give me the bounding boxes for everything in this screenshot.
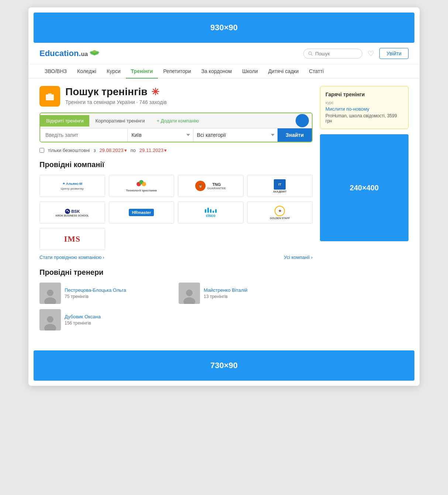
company-it[interactable]: IT АКАДЕМІТ bbox=[247, 175, 313, 197]
trainer-count-1: 75 тренінгів bbox=[65, 294, 126, 299]
snowflake-icon: ✳ bbox=[151, 86, 159, 98]
search-area: Відкриті тренінги Корпоративні тренінги … bbox=[39, 112, 313, 142]
trainers-section: Провідні тренери Пестрецова-Блоцька Ольг… bbox=[39, 268, 313, 330]
nav-item-kinder[interactable]: Дитячі садки bbox=[263, 65, 304, 79]
nav-item-zvo[interactable]: ЗВО/ВНЗ bbox=[39, 65, 72, 79]
trainer-info-2: Майстренко Віталій 13 тренінгів bbox=[204, 287, 248, 299]
hot-card-desc: ProHuman, школа свідомості, 3599 грн bbox=[325, 113, 403, 124]
nav-item-schools[interactable]: Школи bbox=[237, 65, 263, 79]
right-column: Гарячі тренінги курс Мислити по-новому P… bbox=[320, 86, 409, 338]
trainer-name-2[interactable]: Майстренко Віталій bbox=[204, 287, 248, 293]
trainer-avatar-1 bbox=[39, 283, 61, 304]
title-icon bbox=[39, 86, 60, 107]
login-button[interactable]: Увійти bbox=[379, 48, 409, 59]
nav-item-courses[interactable]: Курси bbox=[101, 65, 126, 79]
ad-banner-right-label: 240×400 bbox=[350, 184, 379, 192]
navigation: ЗВО/ВНЗ Коледжі Курси Тренінги Репетитор… bbox=[28, 65, 420, 79]
nav-item-articles[interactable]: Статті bbox=[304, 65, 329, 79]
search-tabs: Відкриті тренінги Корпоративні тренінги … bbox=[40, 113, 312, 128]
svg-point-9 bbox=[142, 182, 146, 186]
hot-card-type: курс bbox=[325, 100, 403, 105]
search-category-select[interactable]: Всі категорії IT Бізнес Психологія bbox=[193, 128, 278, 142]
header: Education.ua ♡ Увійти bbox=[28, 43, 420, 65]
company-golden[interactable]: ★ GOLDEN STAFF bbox=[247, 201, 313, 224]
search-row: Київ Харків Одеса Вся Україна Всі катего… bbox=[40, 128, 312, 142]
search-query-input[interactable] bbox=[40, 128, 128, 142]
svg-rect-5 bbox=[48, 93, 52, 95]
svg-point-16 bbox=[44, 324, 56, 330]
all-companies-link[interactable]: Усі компанії › bbox=[284, 255, 313, 260]
search-button[interactable]: Знайти bbox=[278, 128, 312, 142]
favorites-icon[interactable]: ♡ bbox=[368, 49, 374, 58]
left-column: Пошук тренінгів ✳ Тренінги та семінари У… bbox=[39, 86, 313, 338]
trainer-count-2: 13 тренінгів bbox=[204, 294, 248, 299]
filter-row: тільки безкоштовні з 29.08.2023 ▾ по 29.… bbox=[39, 148, 313, 153]
trainer-count-3: 156 тренінгів bbox=[65, 321, 101, 326]
companies-grid-row2: BSK KROK BUSINESS SCHOOL HRmaster bbox=[39, 201, 313, 224]
page-wrapper: 930×90 Education.ua ♡ Увійти bbox=[28, 7, 420, 386]
trainer-item-2: Майстренко Віталій 13 тренінгів bbox=[179, 283, 313, 304]
company-bsk[interactable]: BSK KROK BUSINESS SCHOOL bbox=[39, 201, 105, 224]
trainer-avatar-3 bbox=[39, 309, 61, 330]
company-cisco[interactable]: cisco bbox=[178, 201, 244, 224]
become-leading-link[interactable]: Стати провідною компанією › bbox=[39, 255, 104, 260]
date-to-picker[interactable]: 29.11.2023 ▾ bbox=[139, 148, 167, 153]
header-search-box[interactable] bbox=[303, 49, 362, 59]
company-aliance[interactable]: ✦ Альянс-М Центр розвитку bbox=[39, 175, 105, 197]
svg-point-14 bbox=[183, 297, 195, 304]
top-banner-label: 930×90 bbox=[210, 23, 238, 32]
search-city-select[interactable]: Київ Харків Одеса Вся Україна bbox=[128, 128, 193, 142]
graduation-cap-icon bbox=[89, 49, 100, 56]
free-only-label: тільки безкоштовні bbox=[48, 148, 90, 153]
svg-point-10 bbox=[65, 209, 70, 214]
header-search-input[interactable] bbox=[315, 51, 356, 56]
svg-point-12 bbox=[44, 297, 56, 304]
svg-point-11 bbox=[47, 290, 54, 296]
company-techno[interactable]: Технології зростання bbox=[109, 175, 175, 197]
logo: Education.ua bbox=[39, 49, 100, 58]
header-right: ♡ Увійти bbox=[303, 48, 409, 59]
companies-section: Провідні компанії ✦ Альянс-М Центр розви… bbox=[39, 160, 313, 260]
page-title-area: Пошук тренінгів ✳ Тренінги та семінари У… bbox=[39, 86, 313, 107]
date-from-picker[interactable]: 29.08.2023 ▾ bbox=[99, 148, 127, 153]
trainer-item-3: Дубовик Оксана 156 тренінгів bbox=[39, 309, 173, 330]
nav-item-college[interactable]: Коледжі bbox=[72, 65, 101, 79]
trainer-name-3[interactable]: Дубовик Оксана bbox=[65, 314, 101, 319]
nav-item-trainings[interactable]: Тренінги bbox=[126, 65, 158, 79]
title-text: Пошук тренінгів ✳ Тренінги та семінари У… bbox=[65, 86, 167, 105]
trainer-info-3: Дубовик Оксана 156 тренінгів bbox=[65, 314, 101, 326]
company-tng[interactable]: 🦉 TNG GUARANTEE bbox=[178, 175, 244, 197]
hot-card-title: Гарячі тренінги bbox=[325, 91, 403, 97]
page-title: Пошук тренінгів ✳ bbox=[65, 86, 167, 98]
main-content: Пошук тренінгів ✳ Тренінги та семінари У… bbox=[28, 79, 420, 345]
svg-line-3 bbox=[311, 54, 313, 56]
svg-point-2 bbox=[309, 52, 312, 55]
tab-corporate-trainings[interactable]: Корпоративні тренінги bbox=[89, 115, 151, 127]
free-only-checkbox[interactable] bbox=[39, 148, 44, 153]
company-hrmaster[interactable]: HRmaster bbox=[109, 201, 175, 224]
trainer-info-1: Пестрецова-Блоцька Ольга 75 тренінгів bbox=[65, 287, 126, 299]
companies-section-title: Провідні компанії bbox=[39, 160, 313, 169]
companies-links: Стати провідною компанією › Усі компанії… bbox=[39, 255, 313, 260]
tab-add-company[interactable]: + Додати компанію bbox=[151, 115, 205, 127]
date-to-label: по bbox=[131, 148, 136, 153]
trainers-grid: Пестрецова-Блоцька Ольга 75 тренінгів bbox=[39, 283, 313, 330]
trainers-section-title: Провідні тренери bbox=[39, 268, 313, 277]
svg-point-15 bbox=[47, 316, 54, 323]
svg-rect-6 bbox=[46, 97, 54, 97]
trainer-name-1[interactable]: Пестрецова-Блоцька Ольга bbox=[65, 287, 126, 293]
trainer-item-1: Пестрецова-Блоцька Ольга 75 тренінгів bbox=[39, 283, 173, 304]
nav-item-tutors[interactable]: Репетитори bbox=[158, 65, 196, 79]
date-from-label: з bbox=[93, 148, 96, 153]
top-banner: 930×90 bbox=[34, 13, 414, 43]
nav-item-abroad[interactable]: За кордоном bbox=[196, 65, 237, 79]
company-ims[interactable]: IMS bbox=[39, 228, 105, 250]
bottom-banner-label: 730×90 bbox=[210, 361, 238, 370]
hot-card-link[interactable]: Мислити по-новому bbox=[325, 106, 403, 112]
trainer-avatar-2 bbox=[179, 283, 200, 304]
svg-point-13 bbox=[186, 290, 193, 296]
page-subtitle: Тренінги та семінари України · 746 заход… bbox=[65, 99, 167, 105]
logo-education-text: Education.ua bbox=[39, 49, 88, 58]
tab-open-trainings[interactable]: Відкриті тренінги bbox=[40, 115, 89, 127]
hot-trainings-card: Гарячі тренінги курс Мислити по-новому P… bbox=[320, 86, 409, 129]
